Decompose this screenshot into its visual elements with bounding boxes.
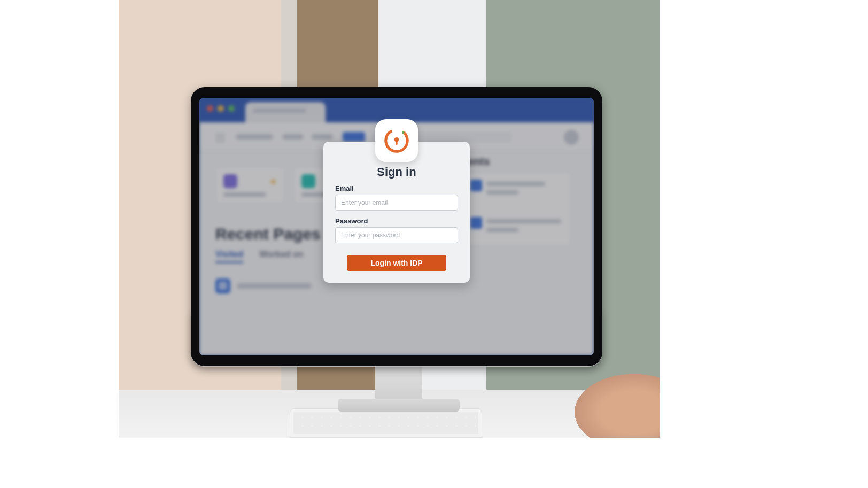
hand bbox=[574, 374, 660, 438]
app-logo bbox=[375, 119, 418, 162]
signin-card: Sign in Email Password Login with IDP bbox=[323, 142, 470, 283]
lock-circle-icon bbox=[382, 126, 411, 155]
signin-title: Sign in bbox=[335, 165, 458, 179]
monitor: ★ Recent Pages Visited Worked on ncement… bbox=[191, 87, 602, 366]
svg-rect-2 bbox=[396, 141, 397, 145]
email-field[interactable] bbox=[335, 195, 458, 211]
email-label: Email bbox=[335, 184, 458, 192]
signin-modal-wrapper: Sign in Email Password Login with IDP bbox=[199, 98, 594, 355]
photo-background: ★ Recent Pages Visited Worked on ncement… bbox=[119, 0, 660, 438]
login-with-idp-button[interactable]: Login with IDP bbox=[347, 255, 446, 271]
monitor-stand-foot bbox=[338, 399, 460, 412]
screen: ★ Recent Pages Visited Worked on ncement… bbox=[199, 98, 594, 355]
keyboard bbox=[290, 408, 482, 438]
monitor-stand-neck bbox=[375, 367, 422, 399]
password-field[interactable] bbox=[335, 227, 458, 243]
password-label: Password bbox=[335, 217, 458, 225]
